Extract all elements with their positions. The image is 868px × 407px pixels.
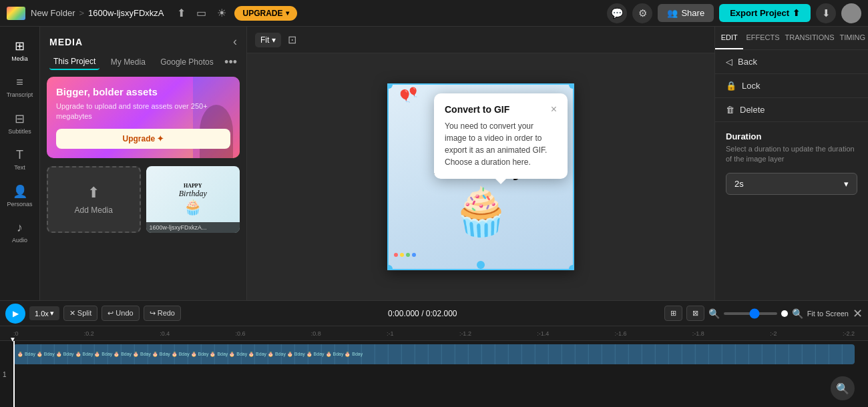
lock-icon: 🔒 (726, 81, 736, 91)
ruler-marks: :0 :0.2 :0.4 :0.6 :0.8 :-1 :-1.2 :-1.4 :… (13, 330, 855, 337)
zoom-out-timeline-btn[interactable]: ⊞ (664, 306, 682, 321)
zoom-slider[interactable] (724, 312, 777, 315)
sidebar-item-audio[interactable]: ♪ Audio (0, 216, 39, 249)
right-panel-actions: ◁ Back 🔒 Lock 🗑 Delete (715, 50, 868, 122)
back-button[interactable]: ◁ Back (715, 50, 868, 74)
sidebar-item-media[interactable]: ⊞ Media (0, 33, 39, 67)
collapse-button[interactable]: ‹ (233, 35, 237, 49)
zoom-minus-icon[interactable]: 🔍 (708, 308, 720, 319)
upgrade-button[interactable]: UPGRADE ▾ (234, 6, 296, 21)
right-panel: EDIT EFFECTS TRANSITIONS TIMING ◁ Back 🔒… (714, 27, 868, 300)
zoom-controls: ⊞ ⊠ 🔍 🔍 (664, 306, 803, 321)
text-icon: T (16, 148, 23, 162)
ruler-mark-7: :-1.4 (537, 330, 549, 337)
right-panel-tabs: EDIT EFFECTS TRANSITIONS TIMING (715, 27, 868, 50)
undo-button[interactable]: ↩ Undo (101, 306, 139, 321)
delete-icon: 🗑 (726, 105, 734, 115)
monitor-icon[interactable]: ▭ (194, 4, 209, 22)
ruler-mark-11: :-2.2 (843, 330, 855, 337)
sidebar-item-personas[interactable]: 👤 Personas (0, 179, 39, 213)
balloon2-decoration: 🎈 (407, 87, 419, 97)
ruler-mark-5: :-1 (387, 330, 394, 337)
tab-google-photos[interactable]: Google Photos (156, 55, 217, 69)
sidebar-item-text[interactable]: T Text (0, 143, 39, 176)
speed-button[interactable]: 1.0x ▾ (29, 306, 59, 320)
track-clip[interactable]: 🎂 Bday 🎂 Bday 🎂 Bday 🎂 Bday 🎂 Bday 🎂 Bda… (13, 344, 855, 364)
export-button[interactable]: Export Project ⬆ (719, 4, 811, 22)
sidebar-item-subtitles[interactable]: ⊟ Subtitles (0, 106, 39, 140)
promo-upgrade-button[interactable]: Upgrade ✦ (56, 129, 230, 149)
popup-text: You need to convert your image to a vide… (445, 120, 557, 168)
more-tabs-icon[interactable]: ••• (224, 55, 237, 69)
upgrade-arrow-icon: ▾ (286, 9, 289, 17)
ruler-mark-2: :0.4 (160, 330, 170, 337)
timeline-track[interactable]: 🎂 Bday 🎂 Bday 🎂 Bday 🎂 Bday 🎂 Bday 🎂 Bda… (13, 344, 855, 364)
comment-icon[interactable]: 💬 (607, 3, 627, 23)
media-panel-title: MEDIA (49, 37, 83, 47)
tab-transitions[interactable]: TRANSITIONS (783, 27, 837, 49)
breadcrumb-sep: > (79, 8, 84, 18)
timeline-close-button[interactable]: ✕ (853, 306, 863, 321)
confetti (394, 253, 416, 257)
media-grid: ⬆ Add Media HAPPY Birthday 🧁 1600w-ljsxy… (40, 166, 246, 300)
media-panel: MEDIA ‹ This Project My Media Google Pho… (40, 27, 247, 300)
fit-screen-button[interactable]: Fit to Screen (807, 310, 849, 318)
fit-dropdown[interactable]: Fit ▾ (255, 33, 281, 47)
lock-button[interactable]: 🔒 Lock (715, 74, 868, 98)
canvas-toolbar: Fit ▾ ⊡ (247, 27, 714, 53)
canvas-wrapper: Convert to GIF × You need to convert you… (247, 53, 714, 300)
popup-title: Convert to GIF (445, 104, 509, 115)
search-icon: 🔍 (836, 382, 849, 395)
add-media-plus-icon: ⬆ (87, 184, 99, 201)
aspect-ratio-icon[interactable]: ⊡ (288, 33, 296, 46)
duration-description: Select a duration to update the duration… (726, 144, 857, 165)
share-button[interactable]: 👥 Share (658, 4, 714, 22)
zoom-circle[interactable] (781, 310, 788, 317)
transcript-icon: ≡ (16, 75, 23, 89)
sidebar-item-transcript[interactable]: ≡ Transcript (0, 70, 39, 103)
brightness-icon[interactable]: ☀ (214, 4, 229, 22)
app-logo (7, 7, 25, 20)
media-panel-header: MEDIA ‹ (40, 27, 246, 54)
add-media-tile[interactable]: ⬆ Add Media (47, 166, 141, 233)
ruler-mark-6: :-1.2 (459, 330, 471, 337)
tab-effects[interactable]: EFFECTS (743, 27, 782, 49)
zoom-plus-icon[interactable]: 🔍 (792, 308, 803, 319)
play-button[interactable]: ▶ (5, 304, 25, 324)
cupcake-emoji: 🧁 (452, 184, 510, 239)
timeline-track-area: 1 🎂 Bday 🎂 Bday 🎂 Bday 🎂 Bday 🎂 Bday 🎂 B… (0, 341, 868, 407)
popup-close-button[interactable]: × (551, 104, 557, 115)
subtitles-icon: ⊟ (15, 111, 25, 126)
playhead[interactable] (13, 341, 15, 407)
tab-this-project[interactable]: This Project (49, 54, 99, 70)
topbar-right: 💬 ⚙ 👥 Share Export Project ⬆ ⬇ (607, 3, 861, 23)
folder-name[interactable]: New Folder (31, 8, 75, 18)
fit-timeline-btn[interactable]: ⊠ (686, 306, 704, 321)
back-icon: ◁ (726, 57, 732, 67)
tab-my-media[interactable]: My Media (107, 55, 150, 69)
canvas-area: Fit ▾ ⊡ Convert to GIF × You need to con… (247, 27, 714, 300)
tab-edit[interactable]: EDIT (715, 27, 743, 49)
popup-header: Convert to GIF × (445, 104, 557, 115)
avatar (841, 3, 861, 23)
search-fab[interactable]: 🔍 (831, 376, 855, 400)
media-thumbnail[interactable]: HAPPY Birthday 🧁 1600w-ljsxyFDxkzA... (146, 166, 240, 233)
ruler-mark-9: :-1.8 (692, 330, 704, 337)
track-number: 1 (3, 370, 7, 378)
duration-select[interactable]: 2s ▾ (726, 173, 857, 195)
delete-button[interactable]: 🗑 Delete (715, 98, 868, 122)
duration-value: 2s (734, 179, 744, 189)
redo-button[interactable]: ↪ Redo (144, 306, 181, 321)
upload-icon[interactable]: ⬆ (174, 4, 188, 22)
ruler-mark-4: :0.8 (311, 330, 321, 337)
ruler-mark-10: :-2 (770, 330, 777, 337)
tab-timing[interactable]: TIMING (837, 27, 869, 49)
split-button[interactable]: ✕ Split (63, 306, 97, 321)
settings-icon[interactable]: ⚙ (632, 3, 652, 23)
audio-icon: ♪ (17, 221, 23, 235)
download-icon[interactable]: ⬇ (816, 3, 836, 23)
track-content: 🎂 Bday 🎂 Bday 🎂 Bday 🎂 Bday 🎂 Bday 🎂 Bda… (17, 352, 363, 357)
export-icon: ⬆ (793, 8, 800, 18)
ruler-mark-1: :0.2 (84, 330, 94, 337)
promo-description: Upgrade to upload and store assets over … (56, 101, 230, 122)
